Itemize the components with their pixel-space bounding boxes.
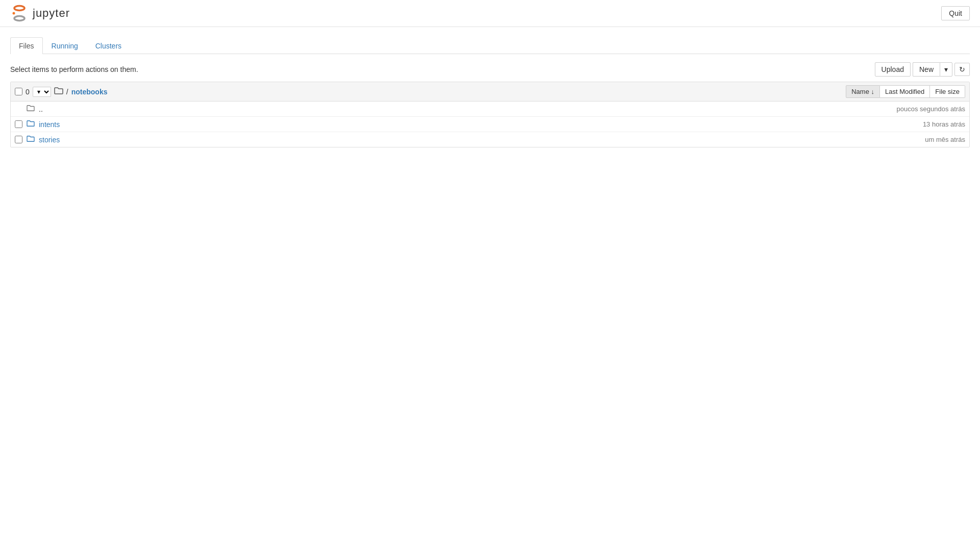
sort-by-modified-button[interactable]: Last Modified bbox=[880, 85, 930, 98]
logo-area: jupyter bbox=[10, 4, 70, 22]
sort-by-size-button[interactable]: File size bbox=[930, 85, 965, 98]
tab-running[interactable]: Running bbox=[43, 37, 87, 54]
toolbar-right: Upload New ▾ ↻ bbox=[875, 62, 970, 77]
upload-button[interactable]: Upload bbox=[875, 62, 911, 77]
stories-folder-icon bbox=[27, 135, 35, 144]
parent-folder-icon bbox=[27, 105, 35, 113]
sort-by-name-button[interactable]: Name ↓ bbox=[846, 85, 880, 98]
folder-icon bbox=[54, 87, 63, 97]
jupyter-logo-icon bbox=[10, 4, 29, 22]
main-content: Files Running Clusters Select items to p… bbox=[0, 27, 980, 158]
stories-link[interactable]: stories bbox=[39, 136, 863, 144]
item-actions-dropdown[interactable]: ▾ bbox=[33, 87, 51, 97]
breadcrumb-separator: / bbox=[66, 88, 68, 96]
select-all-checkbox[interactable] bbox=[15, 88, 22, 95]
new-button-group: New ▾ bbox=[913, 62, 952, 77]
item-count: 0 bbox=[26, 88, 30, 96]
logo-text: jupyter bbox=[33, 7, 70, 20]
browser-header-left: 0 ▾ / notebooks bbox=[15, 87, 846, 97]
intents-checkbox[interactable] bbox=[15, 120, 22, 128]
intents-date: 13 horas atrás bbox=[863, 120, 965, 128]
stories-checkbox[interactable] bbox=[15, 136, 22, 143]
header: jupyter Quit bbox=[0, 0, 980, 27]
refresh-button[interactable]: ↻ bbox=[954, 63, 970, 76]
file-row-intents: intents 13 horas atrás bbox=[11, 117, 969, 132]
tab-files[interactable]: Files bbox=[10, 37, 43, 54]
new-button[interactable]: New bbox=[913, 62, 940, 77]
parent-folder-date: poucos segundos atrás bbox=[863, 105, 965, 113]
file-row-parent: .. poucos segundos atrás bbox=[11, 102, 969, 117]
browser-header-row: 0 ▾ / notebooks Name ↓ Last Modified Fil… bbox=[11, 82, 969, 102]
file-browser: 0 ▾ / notebooks Name ↓ Last Modified Fil… bbox=[10, 82, 970, 147]
tab-clusters[interactable]: Clusters bbox=[87, 37, 130, 54]
file-row-stories: stories um mês atrás bbox=[11, 132, 969, 147]
tab-bar: Files Running Clusters bbox=[10, 37, 970, 54]
toolbar: Select items to perform actions on them.… bbox=[10, 62, 970, 77]
stories-date: um mês atrás bbox=[863, 136, 965, 143]
svg-point-1 bbox=[14, 16, 24, 21]
intents-folder-icon bbox=[27, 120, 35, 129]
parent-folder-link[interactable]: .. bbox=[39, 105, 863, 113]
sort-buttons: Name ↓ Last Modified File size bbox=[846, 85, 965, 98]
current-folder-link[interactable]: notebooks bbox=[71, 88, 108, 96]
intents-link[interactable]: intents bbox=[39, 120, 863, 129]
toolbar-hint: Select items to perform actions on them. bbox=[10, 65, 138, 73]
quit-button[interactable]: Quit bbox=[941, 6, 970, 20]
svg-point-0 bbox=[14, 6, 24, 11]
svg-point-2 bbox=[13, 12, 15, 15]
new-button-caret[interactable]: ▾ bbox=[940, 62, 952, 77]
